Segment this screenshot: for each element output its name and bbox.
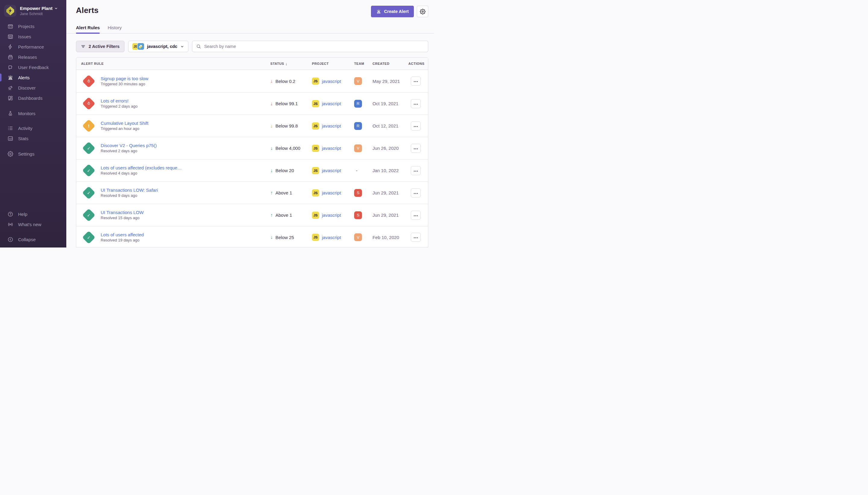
search-input[interactable] [204,44,424,49]
sidebar-item-releases[interactable]: Releases [0,52,66,62]
chevron-down-icon [54,7,58,10]
project-link[interactable]: javascript [322,168,341,173]
column-header-team[interactable]: Team [354,62,372,65]
alert-rule-subtitle: Triggered 30 minutes ago [101,82,145,86]
sidebar-item-monitors[interactable]: Monitors [0,108,66,118]
projects-icon [7,23,13,29]
table-row: ! ✓ UI Transactions LOW: Safari Resolved… [76,182,428,204]
status-value: Below 99.1 [276,101,298,106]
team-avatar[interactable]: R [354,122,362,130]
alert-severity-icon: ! ✓ [82,119,96,133]
sidebar-item-alerts[interactable]: Alerts [0,72,66,83]
alert-rule-link[interactable]: Discover V2 - Queries p75() [101,143,157,148]
sidebar-item-issues[interactable]: Issues [0,31,66,41]
column-header-created[interactable]: Created [372,62,409,65]
status-cell: ↓ Below 0.2 [270,79,312,84]
threshold-direction-icon: ↑ [270,212,273,218]
team-cell: V [354,233,372,241]
row-actions-button[interactable]: … [411,233,421,242]
alert-rule-link[interactable]: Signup page is too slow [101,76,148,81]
column-header-status[interactable]: Status↓ [270,62,312,66]
team-avatar[interactable]: V [354,144,362,152]
project-link[interactable]: javascript [322,101,341,106]
project-cell: JS javascript [312,167,354,174]
sidebar-item-collapse[interactable]: Collapse [0,234,66,244]
project-selector[interactable]: JS javascript, cdc [128,41,189,52]
sidebar-item-activity[interactable]: Activity [0,123,66,133]
sidebar-item-user-feedback[interactable]: User Feedback [0,62,66,72]
search-box [192,41,428,52]
team-avatar[interactable]: S [354,189,362,197]
tab-history[interactable]: History [108,25,122,33]
project-link[interactable]: javascript [322,235,341,240]
team-avatar[interactable]: S [354,211,362,219]
team-avatar[interactable]: R [354,100,362,108]
row-actions-button[interactable]: … [411,166,421,175]
alerts-settings-button[interactable] [417,6,428,17]
sidebar: Empower Plant Jane Schmidt Projects Issu… [0,0,66,248]
sidebar-item-settings[interactable]: Settings [0,149,66,159]
alert-rule-subtitle: Resolved 15 days ago [101,216,140,220]
alert-rule-link[interactable]: Lots of errors! [101,98,137,103]
sidebar-item-help[interactable]: Help [0,209,66,219]
project-cell: JS javascript [312,122,354,130]
project-link[interactable]: javascript [322,212,341,218]
status-value: Below 20 [276,168,294,173]
row-actions-button[interactable]: … [411,121,421,131]
sidebar-item-projects[interactable]: Projects [0,21,66,31]
row-actions-button[interactable]: … [411,99,421,108]
project-link[interactable]: javascript [322,123,341,129]
sidebar-item-performance[interactable]: Performance [0,41,66,52]
org-switcher[interactable]: Empower Plant Jane Schmidt [0,4,66,21]
search-icon [196,44,201,49]
javascript-platform-icon: JS [312,167,319,174]
table-row: ! ✓ Signup page is too slow Triggered 30… [76,70,428,92]
activity-list-icon [7,125,13,131]
project-link[interactable]: javascript [322,190,341,195]
row-actions-button[interactable]: … [411,188,421,198]
chevron-down-icon [180,45,184,49]
alerts-siren-icon [7,75,13,81]
created-date: Jun 29, 2021 [372,190,409,195]
alert-severity-icon: ! ✓ [82,186,96,200]
row-actions-button[interactable]: … [411,144,421,153]
team-avatar[interactable]: V [354,233,362,241]
threshold-direction-icon: ↓ [270,101,273,106]
no-team-dash: - [354,168,358,173]
project-cell: JS javascript [312,100,354,107]
alert-rule-subtitle: Resolved 9 days ago [101,193,137,198]
alert-rule-link[interactable]: UI Transactions LOW [101,210,144,215]
sidebar-item-discover[interactable]: Discover [0,83,66,93]
row-actions-button[interactable]: … [411,76,421,86]
alert-rule-subtitle: Triggered an hour ago [101,126,139,131]
alert-rule-link[interactable]: Lots of users affected (excludes reque… [101,165,182,170]
sidebar-item-stats[interactable]: Stats [0,133,66,143]
row-actions-button[interactable]: … [411,211,421,220]
table-row: ! ✓ Lots of users affected (excludes req… [76,159,428,182]
team-cell: V [354,144,372,152]
siren-icon [376,9,381,14]
project-link[interactable]: javascript [322,79,341,84]
threshold-direction-icon: ↓ [270,123,273,129]
sidebar-item-dashboards[interactable]: Dashboards [0,93,66,103]
project-link[interactable]: javascript [322,146,341,151]
status-cell: ↑ Above 1 [270,212,312,218]
column-header-alert-rule[interactable]: Alert Rule [81,62,270,65]
alert-rule-link[interactable]: Lots of users affected [101,232,144,237]
alert-rule-link[interactable]: UI Transactions LOW: Safari [101,188,158,193]
resolved-check-icon: ✓ [87,168,91,173]
filter-bar: 2 Active Filters JS javascript, cdc [76,41,428,52]
create-alert-button[interactable]: Create Alert [371,6,414,17]
column-header-project[interactable]: Project [312,62,354,65]
sidebar-nav: Projects Issues Performance Releases Use… [0,21,66,159]
project-selector-value: javascript, cdc [147,44,177,49]
alert-rule-link[interactable]: Cumulative Layout Shift [101,121,148,126]
team-cell: V [354,77,372,85]
team-avatar[interactable]: V [354,77,362,85]
tab-alert-rules[interactable]: Alert Rules [76,25,100,33]
project-cell: JS javascript [312,234,354,241]
sidebar-item-whats-new[interactable]: What's new [0,219,66,229]
page-title: Alerts [76,6,99,15]
resolved-check-icon: ✓ [87,212,91,217]
active-filters-button[interactable]: 2 Active Filters [76,41,124,52]
